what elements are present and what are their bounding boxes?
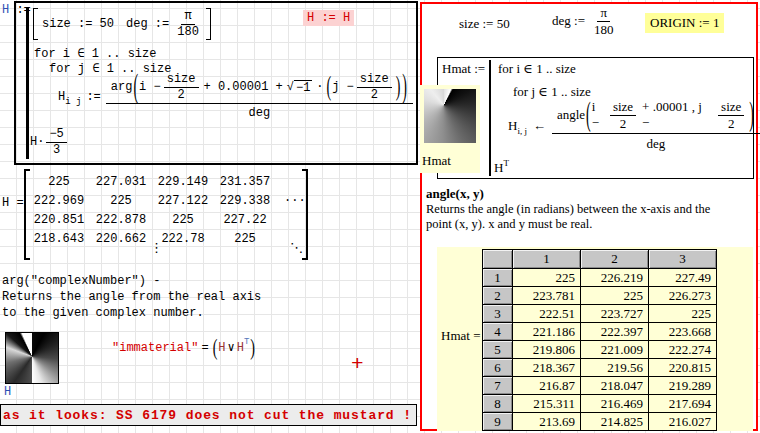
size-over-2: size 2 bbox=[718, 100, 744, 130]
row-header: 4 bbox=[483, 323, 513, 341]
arg-function: arg bbox=[111, 80, 133, 94]
col-header: 1 bbox=[513, 250, 581, 269]
row-header: 5 bbox=[483, 341, 513, 359]
col-header: 3 bbox=[649, 250, 717, 269]
h-picture[interactable] bbox=[5, 332, 59, 384]
h-reassign-note[interactable]: H := H bbox=[303, 10, 354, 26]
size-definition: size := 50 bbox=[42, 17, 114, 31]
for-i-line: for i ∈ 1 .. size bbox=[498, 61, 576, 77]
open-paren: ( bbox=[132, 70, 139, 104]
row-header: 2 bbox=[483, 287, 513, 305]
minus-five-thirds: −5 3 bbox=[46, 128, 66, 156]
angle-doc-text: Returns the angle (in radians) between t… bbox=[426, 202, 710, 232]
table-header-row: 1 2 3 bbox=[483, 250, 717, 269]
for-i-line[interactable]: for i ∈ 1 .. size bbox=[34, 46, 156, 61]
deg-definition-lhs: deg := bbox=[126, 17, 169, 31]
program-bar bbox=[489, 60, 491, 176]
size-over-2: size 2 bbox=[610, 100, 636, 130]
init-line[interactable]: size := 50 deg := π 180 bbox=[33, 8, 211, 40]
hmat-output-table[interactable]: 1 2 3 1 225226.219227.49 2 223.781225226… bbox=[482, 249, 717, 431]
transpose-superscript: T bbox=[503, 158, 509, 168]
pi-over-180: π 180 bbox=[591, 6, 617, 36]
close-paren: ) bbox=[395, 73, 402, 101]
radical-sign: √ bbox=[287, 80, 294, 94]
immaterial-string: "immaterial" bbox=[112, 341, 198, 355]
table-row: 9 213.69214.825216.027 bbox=[483, 413, 717, 431]
close-paren: ) bbox=[249, 336, 256, 360]
deg-denominator: deg bbox=[647, 134, 666, 152]
h-base: H bbox=[58, 90, 65, 104]
matrix-row: 225227.031229.149231.357 bbox=[28, 172, 276, 191]
immaterial-expression[interactable]: "immaterial" = ( H ∨ H T ) bbox=[112, 340, 256, 355]
alert-text-region[interactable]: as it looks: SS 6179 does not cut the mu… bbox=[0, 404, 417, 426]
close-bracket bbox=[206, 8, 211, 40]
matrix-row: 222.969225227.122229.338 bbox=[28, 191, 276, 210]
angle-fraction: angle ( i − size 2 + .00001 , j − size 2… bbox=[552, 99, 760, 152]
hmat-picture[interactable] bbox=[424, 89, 476, 143]
open-paren: ( bbox=[326, 73, 333, 101]
open-paren: ( bbox=[212, 336, 219, 360]
mathcad-workspace: H := size := 50 deg := π 180 H := H for … bbox=[0, 0, 760, 433]
multiply-dot: · bbox=[316, 80, 323, 94]
matrix-lhs[interactable]: H = bbox=[2, 196, 24, 210]
size-definition[interactable]: size := 50 bbox=[459, 16, 510, 32]
table-row: 4 221.186222.397223.668 bbox=[483, 323, 717, 341]
arg-description-text[interactable]: arg("complexNumber") - Returns the angle… bbox=[2, 273, 261, 321]
assign-op: := bbox=[86, 90, 100, 104]
program-bar bbox=[26, 7, 29, 159]
size-over-2: size 2 bbox=[164, 73, 199, 101]
matrix-row: 220.851222.878225227.22 bbox=[28, 210, 276, 229]
h-base: H bbox=[508, 118, 517, 134]
deg-fraction: π 180 bbox=[174, 10, 202, 38]
table-row: 6 218.367219.56220.815 bbox=[483, 359, 717, 377]
matrix-diag-ellipsis: ⋱ bbox=[290, 240, 303, 256]
row-header: 8 bbox=[483, 395, 513, 413]
pi-symbol: π bbox=[181, 10, 194, 25]
local-assign-arrow: ← bbox=[533, 118, 546, 134]
matrix-row-ellipsis: ⋮ bbox=[150, 240, 163, 256]
table-row: 3 222.51223.727225 bbox=[483, 305, 717, 323]
size-over-2: size 2 bbox=[357, 73, 392, 101]
matrix-values[interactable]: 225227.031229.149231.357 222.969225227.1… bbox=[28, 172, 276, 248]
numerator: arg ( i − size 2 + 0.00001 + √ −1 · ( j … bbox=[106, 73, 413, 104]
deg-denominator: deg bbox=[249, 104, 271, 120]
numerator: angle ( i − size 2 + .00001 , j − size 2… bbox=[552, 99, 760, 134]
hmat-lhs: Hmat := bbox=[442, 61, 485, 77]
row-header: 3 bbox=[483, 305, 513, 323]
hmat-table-lhs: Hmat = bbox=[441, 328, 480, 344]
origin-definition[interactable]: ORIGIN := 1 bbox=[645, 13, 724, 33]
table-row: 7 216.87218.047219.289 bbox=[483, 377, 717, 395]
h-subscript: i j bbox=[65, 97, 81, 107]
hmat-ij-assignment: H i, j ← angle ( i − size 2 + .00001 , j… bbox=[508, 99, 760, 152]
arg-fraction: arg ( i − size 2 + 0.00001 + √ −1 · ( j … bbox=[106, 73, 413, 120]
row-header: 6 bbox=[483, 359, 513, 377]
h-picture-label: H bbox=[4, 385, 11, 399]
row-header: 7 bbox=[483, 377, 513, 395]
row-header: 9 bbox=[483, 413, 513, 431]
crosshair-cursor[interactable]: + bbox=[351, 353, 364, 376]
hmat-picture-label: Hmat bbox=[422, 153, 451, 169]
open-paren: ( bbox=[585, 98, 592, 132]
h-subscript: i, j bbox=[517, 126, 527, 136]
corner-cell bbox=[483, 250, 513, 269]
h-ij-assignment[interactable]: H i j := arg ( i − size 2 + 0.00001 + √ … bbox=[58, 73, 413, 120]
close-paren: ) bbox=[401, 70, 408, 104]
table-row: 8 215.311216.469217.694 bbox=[483, 395, 717, 413]
angle-function: angle bbox=[557, 107, 585, 123]
vee-operator: ∨ bbox=[228, 340, 235, 355]
col-header: 2 bbox=[581, 250, 649, 269]
close-paren: ) bbox=[748, 98, 755, 132]
angle-doc-title: angle(x, y) bbox=[426, 186, 484, 202]
return-transpose: HT bbox=[494, 160, 509, 176]
row-header: 1 bbox=[483, 269, 513, 287]
matrix-col-ellipsis: ... bbox=[284, 191, 306, 205]
return-line[interactable]: H· −5 3 bbox=[30, 128, 67, 156]
table-row: 2 223.781225226.273 bbox=[483, 287, 717, 305]
equals-sign: = bbox=[201, 341, 208, 355]
open-bracket bbox=[33, 8, 38, 40]
for-j-line: for j ∈ 1 .. size bbox=[513, 84, 591, 100]
pi-symbol: π bbox=[597, 6, 610, 22]
sqrt-expression: √ −1 bbox=[287, 80, 313, 95]
table-row: 5 219.806221.009222.274 bbox=[483, 341, 717, 359]
deg-definition[interactable]: deg := π 180 bbox=[552, 6, 616, 36]
